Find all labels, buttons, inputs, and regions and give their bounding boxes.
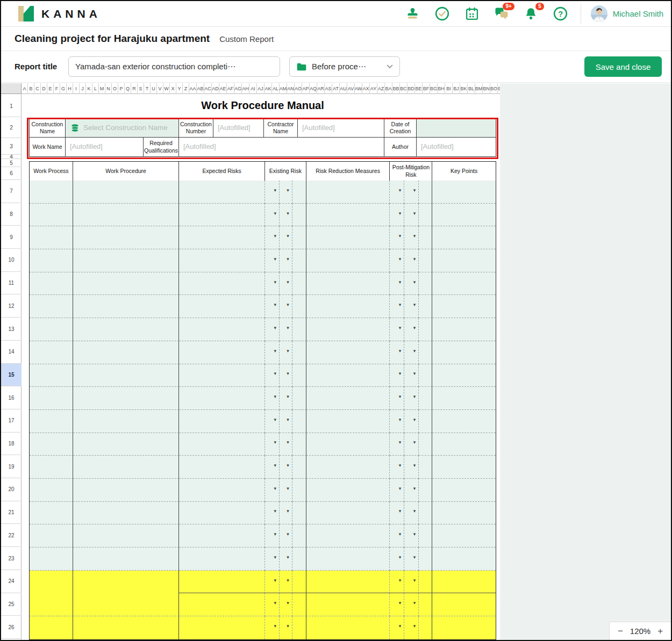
grid-cell[interactable] bbox=[432, 272, 496, 296]
grid-cell[interactable] bbox=[179, 364, 265, 387]
risk-level-dropdown-icon[interactable]: ▾ bbox=[287, 371, 292, 376]
grid-cell[interactable]: ▾ bbox=[265, 364, 280, 387]
column-header-D[interactable]: D bbox=[41, 83, 47, 94]
grid-cell[interactable]: ▾ bbox=[390, 226, 404, 249]
grid-cell[interactable]: ▾ bbox=[280, 387, 292, 410]
grid-cell[interactable]: ▾ bbox=[404, 272, 419, 296]
grid-cell[interactable] bbox=[306, 204, 390, 227]
column-header-Z[interactable]: Z bbox=[183, 83, 189, 94]
grid-cell[interactable] bbox=[292, 593, 306, 616]
risk-level-dropdown-icon[interactable]: ▾ bbox=[399, 486, 404, 491]
grid-cell[interactable]: ▾ bbox=[265, 502, 280, 525]
column-header-AI[interactable]: AI bbox=[249, 83, 257, 94]
grid-cell[interactable]: ▾ bbox=[404, 616, 419, 639]
grid-cell[interactable] bbox=[73, 204, 180, 227]
column-header-AG[interactable]: AG bbox=[234, 83, 242, 94]
column-header-T[interactable]: T bbox=[144, 83, 151, 94]
grid-cell[interactable] bbox=[432, 318, 496, 341]
grid-cell[interactable] bbox=[419, 571, 432, 594]
user-menu[interactable]: Michael Smith bbox=[591, 5, 663, 22]
grid-cell[interactable] bbox=[419, 502, 432, 525]
grid-cell[interactable]: ▾ bbox=[390, 524, 404, 548]
column-header-BH[interactable]: BH bbox=[438, 83, 445, 94]
row-header-21[interactable]: 21 bbox=[1, 501, 22, 524]
grid-cell[interactable]: ▾ bbox=[390, 341, 404, 364]
grid-cell[interactable] bbox=[179, 410, 265, 433]
risk-level-dropdown-icon[interactable]: ▾ bbox=[399, 256, 404, 262]
grid-cell[interactable]: ▾ bbox=[265, 433, 280, 456]
chat-icon[interactable]: 9+ bbox=[494, 6, 510, 22]
grid-cell[interactable]: ▾ bbox=[390, 249, 404, 272]
grid-cell[interactable] bbox=[432, 181, 496, 204]
grid-cell[interactable]: ▾ bbox=[265, 295, 280, 318]
grid-cell[interactable] bbox=[179, 318, 265, 341]
grid-cell[interactable] bbox=[73, 387, 180, 410]
grid-cell[interactable] bbox=[419, 272, 432, 296]
help-icon[interactable]: ? bbox=[553, 6, 569, 22]
grid-cell[interactable] bbox=[30, 249, 73, 272]
grid-cell[interactable] bbox=[419, 433, 432, 456]
grid-cell[interactable] bbox=[306, 433, 390, 456]
grid-cell[interactable] bbox=[432, 204, 496, 227]
risk-level-dropdown-icon[interactable]: ▾ bbox=[274, 578, 279, 583]
grid-cell[interactable] bbox=[419, 364, 432, 387]
row-header-9[interactable]: 9 bbox=[1, 226, 22, 249]
column-header-BK[interactable]: BK bbox=[460, 83, 468, 94]
grid-cell[interactable] bbox=[179, 524, 265, 548]
grid-cell[interactable]: ▾ bbox=[265, 226, 280, 249]
grid-cell[interactable] bbox=[73, 341, 180, 364]
header-key-points[interactable]: Key Points bbox=[432, 162, 496, 181]
grid-cell[interactable]: ▾ bbox=[404, 410, 419, 433]
column-header-I[interactable]: I bbox=[73, 83, 80, 94]
column-header-AF[interactable]: AF bbox=[227, 83, 234, 94]
risk-level-dropdown-icon[interactable]: ▾ bbox=[274, 211, 279, 216]
grid-cell[interactable]: ▾ bbox=[265, 204, 280, 227]
grid-cell[interactable] bbox=[30, 272, 73, 296]
grid-cell[interactable] bbox=[292, 616, 306, 639]
grid-cell[interactable] bbox=[73, 410, 180, 433]
risk-level-dropdown-icon[interactable]: ▾ bbox=[274, 394, 279, 399]
grid-cell[interactable] bbox=[419, 249, 432, 272]
column-header-U[interactable]: U bbox=[151, 83, 157, 94]
select-construction-name-cell[interactable]: Select Construction Name bbox=[65, 118, 179, 138]
risk-level-dropdown-icon[interactable]: ▾ bbox=[399, 600, 404, 606]
risk-level-dropdown-icon[interactable]: ▾ bbox=[413, 233, 419, 239]
grid-cell[interactable] bbox=[432, 249, 496, 272]
grid-cell[interactable]: ▾ bbox=[280, 410, 292, 433]
required-qualifications-value-cell[interactable]: [Autofilled] bbox=[178, 137, 384, 157]
grid-cell[interactable] bbox=[179, 272, 265, 296]
grid-cell[interactable]: ▾ bbox=[404, 295, 419, 318]
risk-level-dropdown-icon[interactable]: ▾ bbox=[413, 371, 419, 376]
grid-cell[interactable] bbox=[292, 502, 306, 525]
grid-cell[interactable] bbox=[419, 524, 432, 548]
column-header-S[interactable]: S bbox=[138, 83, 144, 94]
grid-cell[interactable] bbox=[292, 181, 306, 204]
row-header-22[interactable]: 22 bbox=[1, 524, 22, 548]
grid-cell[interactable] bbox=[292, 272, 306, 296]
row-header-2[interactable]: 2 bbox=[1, 117, 22, 138]
grid-cell[interactable] bbox=[432, 456, 496, 479]
grid-cell[interactable] bbox=[179, 341, 265, 364]
grid-cell[interactable] bbox=[432, 571, 496, 594]
grid-cell[interactable]: ▾ bbox=[280, 364, 292, 387]
grid-cell[interactable]: ▾ bbox=[404, 181, 419, 204]
grid-cell[interactable] bbox=[292, 387, 306, 410]
grid-cell[interactable] bbox=[73, 571, 180, 594]
grid-cell[interactable]: ▾ bbox=[390, 318, 404, 341]
column-header-AT[interactable]: AT bbox=[332, 83, 340, 94]
risk-level-dropdown-icon[interactable]: ▾ bbox=[413, 486, 419, 491]
grid-cell[interactable]: ▾ bbox=[265, 456, 280, 479]
select-all-corner[interactable] bbox=[1, 83, 22, 94]
grid-cell[interactable] bbox=[306, 295, 390, 318]
grid-cell[interactable] bbox=[419, 616, 432, 639]
grid-cell[interactable]: ▾ bbox=[404, 548, 419, 571]
grid-cell[interactable]: ▾ bbox=[265, 272, 280, 296]
author-value-cell[interactable]: [Autofilled] bbox=[416, 137, 496, 157]
grid-cell[interactable] bbox=[419, 479, 432, 502]
grid-cell[interactable]: ▾ bbox=[280, 318, 292, 341]
row-header-23[interactable]: 23 bbox=[1, 547, 22, 570]
column-header-BL[interactable]: BL bbox=[468, 83, 475, 94]
grid-cell[interactable] bbox=[306, 616, 390, 639]
grid-cell[interactable] bbox=[419, 548, 432, 571]
grid-cell[interactable] bbox=[306, 548, 390, 571]
